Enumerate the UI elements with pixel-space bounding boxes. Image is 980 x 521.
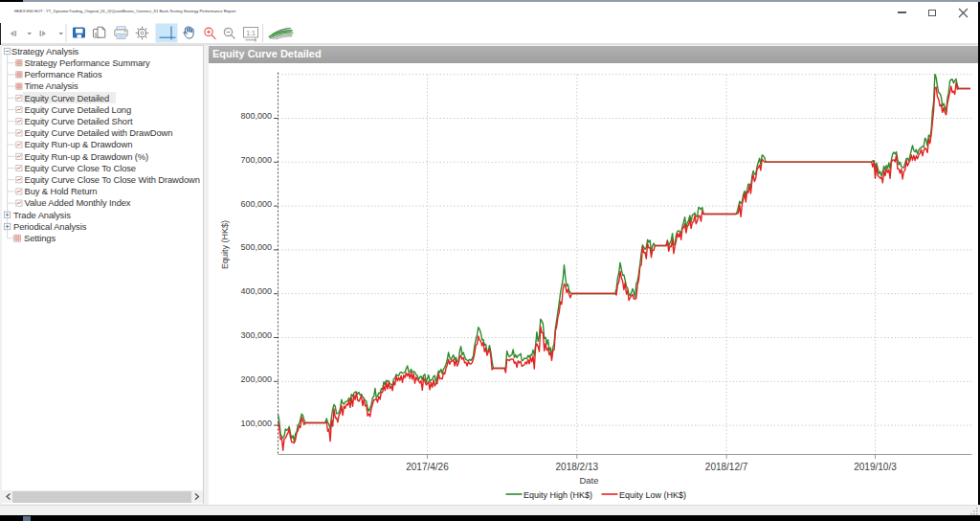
- svg-text:800,000: 800,000: [240, 111, 272, 121]
- svg-text:400,000: 400,000: [240, 286, 272, 296]
- svg-text:600,000: 600,000: [240, 198, 272, 208]
- svg-text:Equity (HK$): Equity (HK$): [220, 219, 230, 268]
- svg-text:500,000: 500,000: [240, 242, 272, 252]
- svg-text:Equity High (HK$): Equity High (HK$): [523, 489, 592, 499]
- svg-text:2018/12/7: 2018/12/7: [704, 462, 747, 472]
- svg-text:2017/4/26: 2017/4/26: [406, 462, 449, 472]
- svg-text:Equity Low (HK$): Equity Low (HK$): [619, 489, 686, 499]
- svg-text:1:1: 1:1: [246, 30, 256, 36]
- svg-text:300,000: 300,000: [240, 330, 272, 340]
- svg-text:200,000: 200,000: [240, 374, 272, 383]
- svg-text:2018/2/13: 2018/2/13: [555, 462, 598, 472]
- svg-text:2019/10/3: 2019/10/3: [854, 462, 897, 472]
- svg-text:Date: Date: [579, 474, 598, 485]
- svg-text:700,000: 700,000: [240, 154, 272, 164]
- svg-text:100,000: 100,000: [240, 418, 272, 427]
